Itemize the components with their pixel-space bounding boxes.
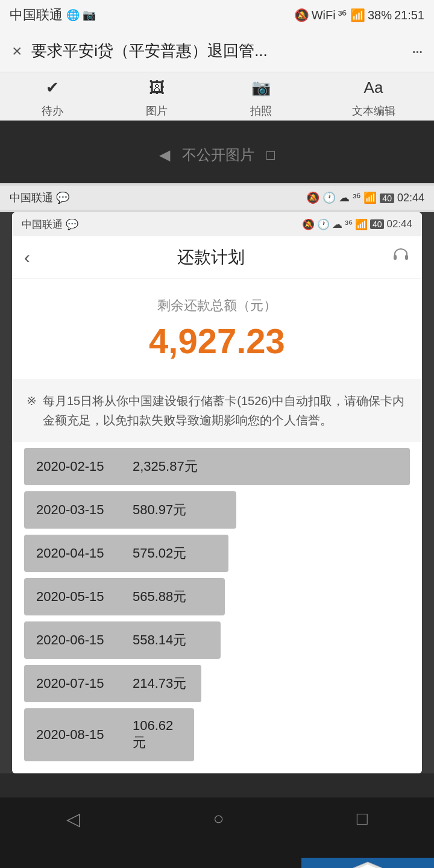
recent-nav-button[interactable]: □ [357, 808, 368, 829]
inner-status-bar-2: 中国联通 💬 🔕🕐☁³⁶📶 40 02:44 [12, 212, 422, 236]
phone-screenshot: 中国联通 💬 🔕🕐☁³⁶📶 40 02:44 ‹ 还款计划 剩余还款总额（元） [12, 212, 422, 773]
image-icon: 🖼 [143, 75, 170, 101]
toolbar-item-camera[interactable]: 📷 拍照 [248, 75, 274, 118]
inner-icons-1: 🔕 🕐 ☁ ³⁶ 📶 40 02:44 [306, 191, 424, 204]
top-bar: × 要求平安i贷（平安普惠）退回管... ··· [0, 30, 434, 72]
svg-rect-0 [394, 255, 397, 260]
payment-amount: 575.02元 [133, 544, 186, 562]
table-row: 2020-06-15 558.14元 [24, 621, 221, 659]
carrier-icons: 🌐 📷 [66, 8, 96, 22]
payment-amount: 214.73元 [133, 675, 186, 693]
nav-bar: ◁ ○ □ [0, 797, 434, 840]
private-image-text: 不公开图片 [182, 145, 254, 165]
table-row: 2020-05-15 565.88元 [24, 578, 225, 615]
repayment-title: 还款计划 [177, 246, 245, 269]
payment-amount: 558.14元 [133, 631, 186, 649]
payment-date: 2020-04-15 [36, 546, 121, 561]
inner-carrier-2: 中国联通 💬 [22, 218, 78, 231]
camera-label: 拍照 [250, 104, 272, 118]
prev-icon[interactable]: ◀ [159, 146, 170, 163]
table-row: 2020-03-15 580.97元 [24, 491, 236, 529]
amount-value: 4,927.23 [12, 321, 422, 361]
table-row: 2020-07-15 214.73元 [24, 665, 201, 702]
private-image-bar: ◀ 不公开图片 □ [12, 134, 422, 176]
home-nav-button[interactable]: ○ [213, 808, 224, 829]
toolbar-item-todo[interactable]: ✔ 待办 [39, 75, 66, 118]
svg-rect-1 [405, 255, 408, 260]
table-row: 2020-08-15 106.62元 [24, 708, 194, 761]
payment-date: 2020-03-15 [36, 502, 121, 518]
repayment-header: ‹ 还款计划 [12, 236, 422, 278]
amount-label: 剩余还款总额（元） [12, 297, 422, 315]
close-button[interactable]: × [12, 42, 22, 61]
todo-label: 待办 [42, 104, 63, 118]
camera-icon: 📷 [248, 75, 274, 101]
back-button[interactable]: ‹ [24, 247, 30, 268]
payment-list: 2020-02-15 2,325.87元 2020-03-15 580.97元 … [12, 442, 422, 773]
carrier-label: 中国联通 🌐 📷 [10, 6, 96, 24]
mute-icon: 🔕 [294, 8, 309, 22]
note-text: 每月15日将从你中国建设银行储蓄卡(1526)中自动扣取，请确保卡内金额充足，以… [43, 391, 407, 430]
info-note: ※ 每月15日将从你中国建设银行储蓄卡(1526)中自动扣取，请确保卡内金额充足… [12, 379, 422, 442]
more-button[interactable]: ··· [412, 42, 422, 61]
image-label: 图片 [146, 104, 168, 118]
payment-date: 2020-05-15 [36, 589, 121, 605]
text-edit-icon: Aa [360, 75, 387, 101]
status-bar: 中国联通 🌐 📷 🔕 WiFi ³⁶ 📶 38% 21:51 [0, 0, 434, 30]
payment-amount: 2,325.87元 [133, 458, 198, 476]
inner-icons-2: 🔕🕐☁³⁶📶 40 02:44 [302, 218, 412, 231]
page-title: 要求平安i贷（平安普惠）退回管... [31, 40, 411, 61]
amount-section: 剩余还款总额（元） 4,927.23 [12, 278, 422, 379]
payment-amount: 106.62元 [133, 718, 182, 752]
shield-icon [350, 860, 386, 868]
payment-amount: 565.88元 [133, 588, 186, 606]
headset-button[interactable] [392, 246, 410, 268]
carrier-text: 中国联通 [10, 6, 63, 24]
inner-status-bar-1: 中国联通 💬 🔕 🕐 ☁ ³⁶ 📶 40 02:44 [0, 186, 434, 210]
signal-icon: ³⁶ 📶 [338, 8, 365, 22]
time-label: 21:51 [394, 8, 424, 22]
inner-carrier-1: 中国联通 💬 [10, 190, 69, 205]
payment-date: 2020-02-15 [36, 459, 121, 474]
payment-amount: 580.97元 [133, 501, 186, 519]
text-edit-label: 文本编辑 [352, 104, 395, 118]
todo-icon: ✔ [39, 75, 66, 101]
toolbar: ✔ 待办 🖼 图片 📷 拍照 Aa 文本编辑 [0, 72, 434, 121]
table-row: 2020-02-15 2,325.87元 [24, 448, 410, 485]
watermark-area: 黑猫 BLACK CAT [301, 858, 434, 868]
toolbar-item-image[interactable]: 🖼 图片 [143, 75, 170, 118]
toolbar-item-text[interactable]: Aa 文本编辑 [352, 75, 395, 118]
table-row: 2020-04-15 575.02元 [24, 535, 228, 572]
next-icon[interactable]: □ [266, 146, 275, 163]
payment-date: 2020-06-15 [36, 632, 121, 648]
wifi-icon: WiFi [312, 8, 336, 22]
status-icons: 🔕 WiFi ³⁶ 📶 38% 21:51 [294, 8, 424, 22]
payment-date: 2020-08-15 [36, 727, 121, 743]
payment-date: 2020-07-15 [36, 676, 121, 691]
battery-icon: 38% [368, 8, 392, 22]
back-nav-button[interactable]: ◁ [66, 808, 80, 829]
note-symbol: ※ [27, 391, 37, 430]
